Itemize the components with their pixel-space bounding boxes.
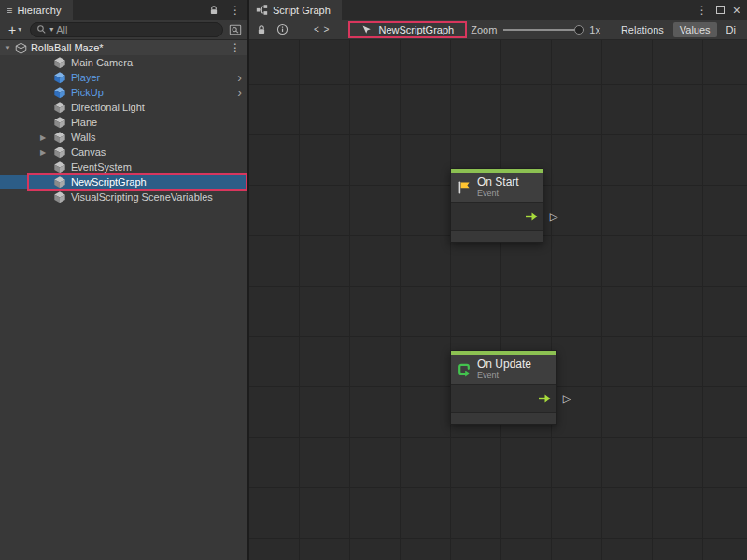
- item-label: EventSystem: [71, 161, 132, 173]
- add-object-button[interactable]: + ▾: [5, 23, 25, 36]
- zoom-slider[interactable]: [503, 29, 582, 31]
- pane-menu-icon: ≡: [7, 5, 12, 16]
- node-header[interactable]: On Start Event: [451, 173, 543, 202]
- node-footer: [451, 230, 543, 242]
- tab-script-graph-label: Script Graph: [273, 5, 331, 16]
- foldout-open-icon[interactable]: ▼: [4, 44, 11, 52]
- item-label: NewScriptGraph: [71, 176, 147, 188]
- window-options-icon[interactable]: ⋮: [697, 5, 708, 16]
- node-on-start[interactable]: On Start Event ▷: [450, 168, 543, 243]
- search-window-icon[interactable]: [228, 22, 243, 37]
- update-loop-icon: [457, 362, 472, 377]
- node-subtitle: Event: [477, 189, 519, 198]
- hierarchy-item-visualscripting-scenevariables[interactable]: VisualScripting SceneVariables: [0, 189, 247, 204]
- hierarchy-tree: ▼ RollaBall Maze* ⋮ Main Camera Player ›…: [0, 40, 247, 208]
- search-filter-caret-icon[interactable]: ▾: [49, 25, 53, 34]
- node-body: ▷: [451, 384, 556, 412]
- search-value: All: [56, 24, 67, 35]
- tab-hierarchy[interactable]: ≡ Hierarchy: [0, 0, 73, 20]
- port-connect-triangle-icon[interactable]: ▷: [550, 211, 558, 222]
- node-title-group: On Start Event: [477, 176, 519, 198]
- prefab-chevron-icon[interactable]: ›: [237, 71, 242, 84]
- gameobject-icon: [53, 116, 66, 129]
- zoom-value: 1x: [589, 24, 600, 35]
- hierarchy-item-walls[interactable]: ▶ Walls: [0, 130, 247, 145]
- node-title: On Update: [477, 358, 531, 371]
- scene-header[interactable]: ▼ RollaBall Maze* ⋮: [0, 40, 247, 55]
- close-icon[interactable]: ×: [733, 4, 740, 17]
- hierarchy-item-newscriptgraph[interactable]: NewScriptGraph: [0, 175, 247, 189]
- item-label: Player: [71, 72, 100, 83]
- graph-lock-icon[interactable]: [254, 22, 269, 37]
- info-icon[interactable]: [275, 22, 289, 37]
- unity-scene-icon: [15, 42, 27, 54]
- node-subtitle: Event: [477, 371, 531, 380]
- node-footer: [451, 412, 556, 424]
- hierarchy-item-pickup[interactable]: PickUp ›: [0, 85, 247, 100]
- hierarchy-toolbar: + ▾ ▾ All: [0, 20, 247, 40]
- node-on-update[interactable]: On Update Event ▷: [450, 350, 557, 425]
- hierarchy-item-plane[interactable]: Plane: [0, 115, 247, 130]
- item-label: Plane: [71, 117, 97, 128]
- port-connect-triangle-icon[interactable]: ▷: [563, 393, 571, 404]
- flow-output-port-icon[interactable]: [525, 212, 538, 221]
- expand-arrow-icon[interactable]: ▶: [40, 148, 46, 157]
- flag-icon: [457, 180, 472, 195]
- graph-tabbar: Script Graph ⋮ ×: [249, 0, 747, 20]
- tab-hierarchy-label: Hierarchy: [17, 5, 61, 16]
- zoom-slider-knob[interactable]: [574, 25, 584, 35]
- hierarchy-search-input[interactable]: ▾ All: [30, 22, 223, 37]
- item-label: VisualScripting SceneVariables: [71, 191, 213, 203]
- add-icon: +: [8, 23, 16, 36]
- script-graph-panel: Script Graph ⋮ × < > NewScriptGraph: [249, 0, 747, 560]
- graph-breadcrumb[interactable]: NewScriptGraph: [348, 21, 467, 38]
- gameobject-icon: [53, 161, 66, 174]
- item-label: PickUp: [71, 87, 104, 98]
- scene-name: RollaBall Maze*: [31, 42, 104, 53]
- hierarchy-tabbar-right: ⋮: [206, 0, 247, 20]
- prefab-icon: [53, 86, 66, 99]
- hierarchy-panel: ≡ Hierarchy ⋮ + ▾ ▾ All: [0, 0, 247, 560]
- maximize-icon[interactable]: [716, 6, 725, 14]
- gameobject-icon: [53, 146, 66, 159]
- chevron-down-icon: ▾: [18, 23, 21, 36]
- node-title: On Start: [477, 176, 519, 189]
- graph-canvas[interactable]: On Start Event ▷: [249, 40, 747, 560]
- zoom-label: Zoom: [471, 24, 497, 35]
- gameobject-icon: [53, 131, 66, 144]
- lock-icon[interactable]: [206, 3, 221, 18]
- tab-script-graph[interactable]: Script Graph: [249, 0, 342, 20]
- hierarchy-item-canvas[interactable]: ▶ Canvas: [0, 145, 247, 160]
- graph-name-label: NewScriptGraph: [378, 24, 454, 35]
- code-icon[interactable]: < >: [314, 24, 330, 35]
- hierarchy-item-main-camera[interactable]: Main Camera: [0, 55, 247, 70]
- hierarchy-item-player[interactable]: Player ›: [0, 70, 247, 85]
- script-graph-tab-icon: [256, 4, 268, 16]
- hierarchy-item-eventsystem[interactable]: EventSystem: [0, 160, 247, 175]
- pane-options-icon[interactable]: ⋮: [230, 5, 241, 16]
- item-label: Main Camera: [71, 57, 133, 68]
- node-title-group: On Update Event: [477, 358, 531, 380]
- script-graph-asset-icon: [361, 24, 373, 35]
- gameobject-icon: [53, 101, 66, 114]
- values-button[interactable]: Values: [673, 22, 717, 37]
- prefab-icon: [53, 71, 66, 84]
- hierarchy-item-directional-light[interactable]: Directional Light: [0, 100, 247, 115]
- scene-options-icon[interactable]: ⋮: [230, 42, 241, 53]
- item-label: Directional Light: [71, 102, 145, 113]
- hierarchy-tabbar: ≡ Hierarchy ⋮: [0, 0, 247, 20]
- item-label: Canvas: [71, 147, 106, 158]
- dim-button[interactable]: Di: [720, 22, 742, 37]
- item-label: Walls: [71, 132, 95, 143]
- unity-editor-window: ≡ Hierarchy ⋮ + ▾ ▾ All: [0, 0, 747, 560]
- flow-output-port-icon[interactable]: [538, 394, 551, 403]
- zoom-group: Zoom 1x Relations Values Di: [471, 22, 742, 37]
- node-header[interactable]: On Update Event: [451, 355, 556, 384]
- expand-arrow-icon[interactable]: ▶: [40, 133, 46, 142]
- relations-button[interactable]: Relations: [614, 22, 670, 37]
- gameobject-icon: [53, 190, 66, 203]
- graph-toolbar: < > NewScriptGraph Zoom 1x Relations Val…: [249, 20, 747, 40]
- gameobject-icon: [53, 56, 66, 69]
- prefab-chevron-icon[interactable]: ›: [237, 86, 242, 99]
- node-body: ▷: [451, 202, 543, 230]
